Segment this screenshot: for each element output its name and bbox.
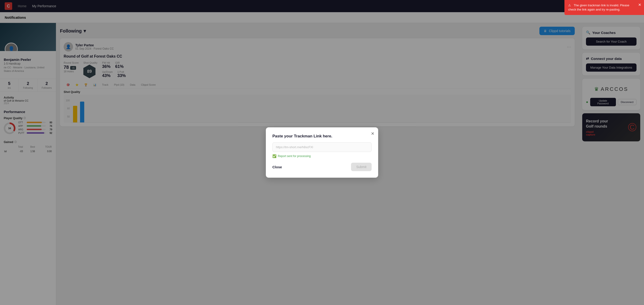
warning-icon: ⚠ (568, 4, 571, 7)
trackman-modal: Paste your Trackman Link here. ✕ ✅ Repor… (266, 127, 378, 178)
modal-success-message: ✅ Report sent for processing (272, 154, 372, 158)
trackman-link-input[interactable] (272, 142, 372, 152)
error-close-icon[interactable]: ✕ (638, 2, 641, 8)
modal-title: Paste your Trackman Link here. (272, 134, 372, 138)
modal-submit-button[interactable]: Submit (351, 163, 372, 171)
modal-footer: Close Submit (272, 163, 372, 171)
modal-close-x-button[interactable]: ✕ (371, 131, 374, 136)
success-check-icon: ✅ (272, 154, 276, 158)
modal-close-button[interactable]: Close (272, 165, 282, 169)
error-banner: ⚠ The given trackman link is invalid. Pl… (564, 0, 644, 15)
modal-overlay: Paste your Trackman Link here. ✕ ✅ Repor… (0, 0, 644, 305)
